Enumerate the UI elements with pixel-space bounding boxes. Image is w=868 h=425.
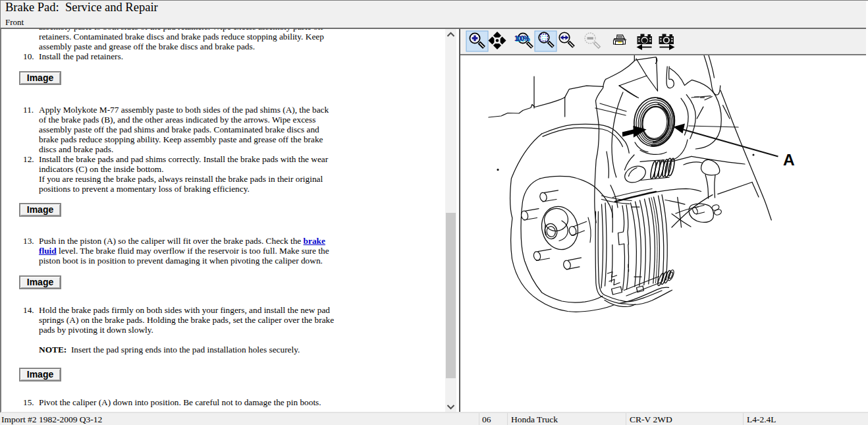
svg-text:A: A	[783, 151, 795, 169]
svg-text:100%: 100%	[514, 34, 530, 42]
